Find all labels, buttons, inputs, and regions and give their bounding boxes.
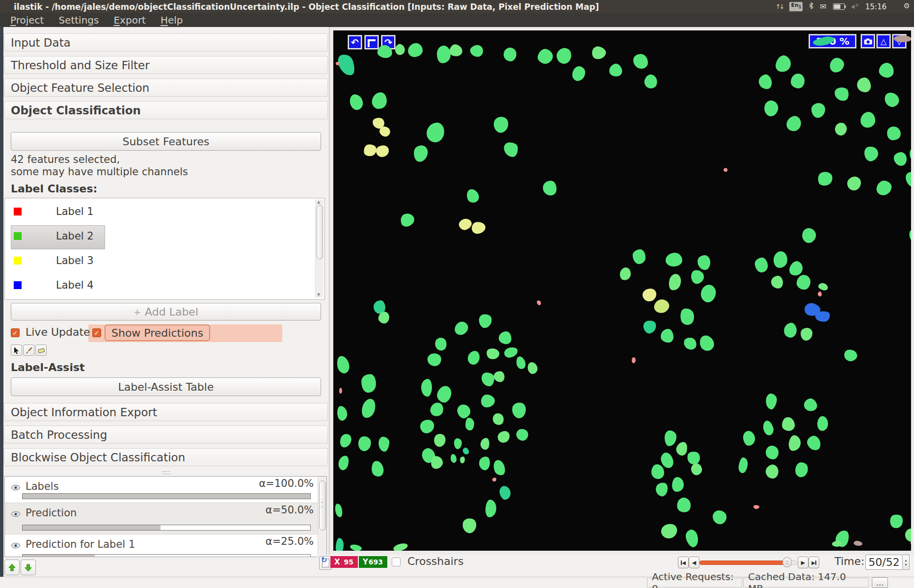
network-updown-icon[interactable]: ↑↓ (776, 3, 783, 10)
cell-blob (478, 313, 493, 329)
show-predictions-label[interactable]: Show Predictions (105, 324, 210, 341)
sidebar-item-blockwise-object-classification[interactable]: Blockwise Object Classification (4, 448, 328, 466)
menu-item-export[interactable]: Export (108, 14, 151, 26)
panel-splitter[interactable] (4, 471, 329, 475)
label-list-scrollbar[interactable]: ▲ ▼ (315, 199, 323, 297)
live-update-row: ✓ Live Update ✓ Show Predictions (4, 324, 329, 342)
arrow-tool-button[interactable] (11, 345, 22, 356)
rotate-left-button[interactable]: ↶ (348, 35, 362, 49)
scrollbar-thumb[interactable] (317, 205, 323, 259)
crosshairs-checkbox[interactable] (392, 558, 401, 566)
layer-alpha-value: α=25.0% (266, 535, 314, 547)
layer-opacity-slider[interactable] (22, 525, 311, 531)
layer-visibility-eye-icon[interactable] (11, 510, 21, 519)
cell-blob (485, 347, 501, 361)
label-assist-table-button[interactable]: Label-Assist Table (11, 377, 321, 396)
label-class-row-label-4[interactable]: Label 4 (5, 274, 324, 298)
swap-axes-button[interactable] (365, 35, 378, 49)
label-name[interactable]: Label 3 (56, 255, 94, 267)
add-label-button[interactable]: + Add Label (11, 303, 321, 321)
zoom-in-button[interactable]: △ (877, 34, 890, 48)
label-name[interactable]: Label 4 (56, 279, 94, 291)
time-slider-handle[interactable] (782, 557, 792, 567)
scroll-down-icon[interactable]: ▼ (317, 293, 320, 297)
sidebar-item-input-data[interactable]: Input Data (4, 33, 328, 52)
time-slider-track[interactable] (699, 561, 788, 565)
time-next-button[interactable]: ▶ (798, 557, 808, 568)
layer-row-prediction[interactable]: Predictionα=50.0% (5, 503, 326, 535)
menu-item-help[interactable]: Help (155, 14, 188, 26)
scroll-up-icon[interactable]: ▲ (317, 200, 320, 204)
session-gear-icon[interactable]: ⚙ (904, 1, 910, 10)
sidebar-item-object-information-export[interactable]: Object Information Export (4, 403, 328, 421)
applet-sections-bottom: Object Information ExportBatch Processin… (4, 403, 329, 466)
time-spinbox[interactable]: 50/52 (865, 555, 903, 570)
label-color-swatch[interactable] (14, 257, 22, 265)
layer-opacity-slider[interactable] (22, 554, 311, 557)
layer-visibility-eye-icon[interactable] (11, 483, 21, 493)
layers-scrollbar[interactable] (318, 477, 326, 557)
bluetooth-icon[interactable] (809, 2, 813, 11)
cell-blob (642, 319, 658, 335)
cell-blob (816, 415, 829, 431)
cell-blob (469, 44, 484, 58)
label-class-row-label-1[interactable]: Label 1 (5, 200, 324, 225)
sidebar-item-threshold-and-size-filter[interactable]: Threshold and Size Filter (4, 56, 328, 74)
menu-item-settings[interactable]: Settings (53, 14, 104, 26)
active-requests-status: Active Requests: 0 (647, 578, 742, 588)
cell-blob (491, 412, 505, 426)
status-more-button[interactable]: ... (872, 577, 888, 588)
eraser-tool-button[interactable] (35, 345, 47, 356)
keyboard-layout-indicator[interactable]: En1 (789, 2, 803, 11)
label-class-row-label-2[interactable]: Label 2 (5, 225, 324, 249)
cell-blob (833, 86, 850, 103)
cell-blob (481, 395, 495, 408)
menu-item-project[interactable]: Project (5, 14, 49, 26)
label-class-row-label-3[interactable]: Label 3 (5, 249, 324, 274)
cell-blob (429, 401, 444, 418)
cell-blob (690, 462, 703, 477)
move-layer-down-button[interactable] (21, 560, 36, 575)
battery-icon[interactable] (833, 3, 845, 10)
viewer-canvas[interactable]: ↶ ↷ 100 % △ ▽ (333, 30, 911, 551)
cell-blob (764, 393, 778, 410)
cell-blob (572, 66, 586, 81)
cell-blob (806, 434, 822, 453)
cell-blob (363, 143, 377, 157)
layer-row-labels[interactable]: Labelsα=100.0% (5, 477, 326, 503)
cell-blob (430, 455, 444, 469)
time-prev-button[interactable]: ◀ (689, 557, 699, 568)
sidebar-item-object-classification[interactable]: Object Classification (4, 101, 328, 119)
sidebar-item-batch-processing[interactable]: Batch Processing (4, 426, 328, 444)
label-name[interactable]: Label 1 (56, 206, 94, 217)
label-name[interactable]: Label 2 (56, 230, 94, 242)
cell-blob (675, 441, 689, 456)
move-layer-up-button[interactable] (4, 560, 20, 575)
time-spin-arrows[interactable]: ▴▾ (903, 555, 910, 570)
brush-tool-button[interactable] (23, 345, 34, 356)
layer-opacity-slider[interactable] (22, 493, 311, 499)
cell-blob (763, 99, 780, 117)
cell-blob (516, 428, 529, 442)
subset-features-button[interactable]: Subset Features (11, 132, 321, 151)
time-first-button[interactable]: ◀ (678, 557, 689, 568)
label-color-swatch[interactable] (14, 281, 22, 289)
label-color-swatch[interactable] (14, 208, 22, 215)
sidebar-item-object-feature-selection[interactable]: Object Feature Selection (4, 79, 328, 97)
image-viewer: ↶ ↷ 100 % △ ▽ (329, 27, 914, 555)
cell-blob (407, 42, 424, 58)
volume-muted-icon[interactable]: × (851, 4, 859, 10)
clock[interactable]: 15:16 (865, 2, 887, 11)
cell-blob (699, 283, 718, 304)
label-classes-title: Label Classes: (11, 183, 329, 195)
time-last-button[interactable]: ▶ (808, 557, 819, 568)
show-predictions-checkbox[interactable]: ✓ (92, 328, 101, 337)
label-color-swatch[interactable] (14, 232, 22, 240)
layer-visibility-eye-icon[interactable] (11, 541, 21, 551)
live-update-checkbox[interactable]: ✓ (11, 328, 20, 337)
layer-row-prediction-for-label-1[interactable]: Prediction for Label 1α=25.0% (5, 535, 326, 557)
screenshot-button[interactable] (861, 34, 875, 48)
system-tray: ↑↓ En1 ✉ × 15:16 (776, 0, 887, 13)
cell-blob (857, 78, 871, 93)
mail-icon[interactable]: ✉ (820, 2, 826, 11)
